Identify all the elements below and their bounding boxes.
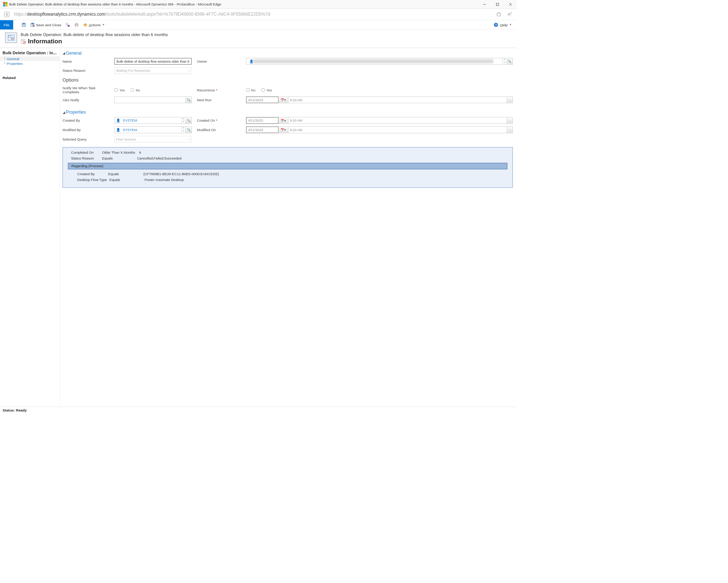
label-also-notify: Also Notify [63, 98, 109, 102]
time-dropdown-button[interactable]: ⌄ [507, 126, 513, 133]
notify-yes-radio[interactable]: Yes [114, 88, 125, 92]
svg-rect-17 [76, 25, 78, 27]
url-text[interactable]: https://desktopflowanalytics.crm.dynamic… [14, 12, 491, 17]
selected-query-field[interactable]: Flow Session ⌄ [114, 136, 192, 142]
query-panel: Completed On Older Than X Months 6 Statu… [63, 147, 513, 188]
modified-on-date-input[interactable] [246, 126, 278, 133]
notify-no-radio[interactable]: No [131, 88, 140, 92]
owner-field[interactable]: 👤 ▲▼ 🔍 [246, 58, 513, 64]
page-title-line1: Bulk Delete Operation: Bulk-delete of de… [21, 32, 168, 37]
save-close-icon [30, 22, 35, 27]
label-modified-on: Modified On [197, 128, 241, 132]
modified-by-field[interactable]: 👤SYSTEM ▲▼ 🔍 [114, 126, 192, 133]
sidebar: Bulk Delete Operation : In... └ General … [0, 48, 60, 406]
recurrence-yes-radio[interactable]: Yes [261, 88, 272, 92]
ribbon-toolbar: File Save and Close Actions ▼ ? Help ▼ [0, 20, 517, 29]
svg-rect-8 [22, 25, 25, 27]
sidebar-item-properties[interactable]: └ Properties [4, 61, 60, 66]
actions-menu-button[interactable]: Actions ▼ [81, 20, 107, 29]
site-info-button[interactable] [4, 12, 9, 17]
url-protocol: https:// [14, 12, 27, 16]
owner-spinner[interactable]: ▲▼ [503, 58, 507, 64]
app-icon[interactable] [496, 12, 501, 17]
main-content: Bulk Delete Operation : In... └ General … [0, 48, 517, 406]
window-minimize-button[interactable] [478, 0, 491, 9]
print-icon [74, 22, 79, 27]
also-notify-lookup-button[interactable]: 🔍 [186, 96, 192, 103]
person-icon: 👤 [116, 119, 120, 123]
lock-icon [5, 13, 8, 16]
save-button[interactable] [19, 20, 28, 29]
window-title: Bulk Delete Operation: Bulk-delete of de… [9, 2, 478, 6]
person-icon: 👤 [116, 128, 120, 132]
window-maximize-button[interactable] [491, 0, 504, 9]
file-menu-button[interactable]: File [0, 20, 13, 29]
window-close-button[interactable] [504, 0, 517, 9]
modified-by-lookup-button[interactable]: 🔍 [186, 126, 192, 133]
next-run-date-input[interactable] [246, 96, 278, 103]
svg-rect-13 [66, 23, 67, 24]
label-next-run: Next Run [197, 98, 241, 102]
next-run-time[interactable]: 9:10 AM [288, 96, 507, 103]
label-recurrence: Recurrence* [197, 88, 241, 92]
actions-icon [83, 22, 88, 27]
created-by-spinner[interactable]: ▲▼ [182, 117, 186, 124]
query-row[interactable]: Created By Equals {CF7668B1-BE28-EC11-B6… [63, 171, 513, 177]
ribbon-icon-2[interactable] [72, 20, 81, 29]
created-by-lookup-button[interactable]: 🔍 [186, 117, 192, 124]
owner-lookup-button[interactable]: 🔍 [507, 58, 513, 64]
modified-on-field[interactable]: 📅▾ 9:10 AM ⌄ [246, 126, 513, 133]
url-domain: desktopflowanalytics.crm.dynamics.com [27, 12, 106, 16]
created-on-field[interactable]: 📅▾ 9:10 AM ⌄ [246, 117, 513, 124]
name-field[interactable] [114, 58, 192, 64]
read-aloud-icon[interactable]: A)) [507, 12, 513, 17]
time-dropdown-button[interactable]: ⌄ [507, 117, 513, 124]
created-by-field[interactable]: 👤SYSTEM ▲▼ 🔍 [114, 117, 192, 124]
query-group-header[interactable]: Regarding (Process) [68, 163, 507, 169]
status-reason-field[interactable]: Waiting For Resources ⌄ [114, 67, 192, 74]
close-icon [509, 3, 512, 6]
sidebar-item-general[interactable]: └ General [0, 56, 60, 61]
selected-query-select[interactable]: Flow Session [114, 136, 192, 142]
save-icon [21, 22, 26, 27]
recurrence-no-radio[interactable]: No [246, 88, 256, 92]
calendar-button[interactable]: 📅▾ [278, 96, 288, 103]
section-general-header[interactable]: ◢ General [63, 50, 513, 58]
section-properties-header[interactable]: ◢ Properties [63, 109, 513, 117]
created-on-date-input[interactable] [246, 117, 278, 124]
workflow-icon [66, 22, 70, 27]
recurrence-radio-group: No Yes [246, 88, 513, 92]
created-on-time[interactable]: 9:10 AM [288, 117, 507, 124]
status-bar: Status: Ready [0, 407, 517, 414]
sidebar-related-header: Related [0, 75, 60, 79]
svg-rect-7 [23, 23, 25, 24]
help-menu-button[interactable]: ? Help ▼ [492, 20, 517, 29]
also-notify-field[interactable]: 🔍 [114, 96, 192, 103]
calendar-button[interactable]: 📅▾ [278, 117, 288, 124]
save-close-button[interactable]: Save and Close [28, 20, 63, 29]
time-dropdown-button[interactable]: ⌄ [507, 96, 513, 103]
svg-rect-5 [497, 13, 500, 16]
query-row[interactable]: Status Reason Equals Cancelled;Failed;Su… [63, 155, 513, 161]
modified-by-spinner[interactable]: ▲▼ [182, 126, 186, 133]
query-row[interactable]: Desktop Flow Type Equals Power Automate … [63, 177, 513, 183]
info-icon [21, 39, 26, 44]
ribbon-icon-1[interactable] [63, 20, 72, 29]
next-run-field[interactable]: 📅▾ 9:10 AM ⌄ [246, 96, 513, 103]
calendar-button[interactable]: 📅▾ [278, 126, 288, 133]
collapse-icon: ◢ [63, 111, 65, 114]
svg-marker-18 [84, 23, 87, 27]
svg-rect-4 [6, 14, 8, 16]
status-reason-select[interactable]: Waiting For Resources [114, 67, 192, 74]
chevron-down-icon: ▼ [509, 23, 512, 26]
label-name: Name [63, 59, 109, 63]
chevron-down-icon: ▼ [102, 23, 105, 26]
query-row[interactable]: Completed On Older Than X Months 6 [63, 149, 513, 155]
svg-rect-16 [76, 23, 78, 24]
name-input[interactable] [114, 58, 192, 64]
help-icon: ? [494, 23, 498, 27]
modified-on-time[interactable]: 9:10 AM [288, 126, 507, 133]
page-header: Bulk Delete Operation: Bulk-delete of de… [0, 29, 517, 48]
notify-radio-group: Yes No [114, 88, 192, 92]
svg-rect-20 [8, 36, 11, 38]
